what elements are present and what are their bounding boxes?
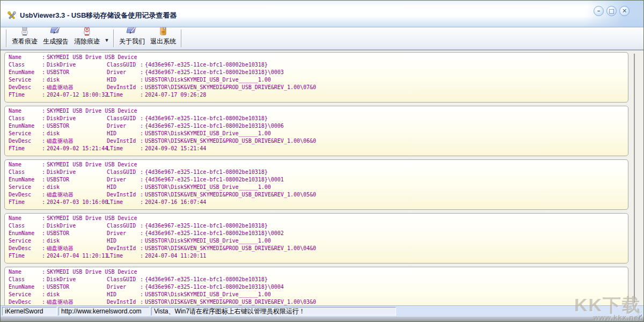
field-value: {4d36e967-e325-11ce-bfc1-08002be10318}\0… [145,230,628,237]
record-row: DevDesc:磁盘驱动器DevInstId:USBSTOR\DISK&VEN_… [9,137,628,145]
field-colon: : [42,199,47,206]
clear-traces-dropdown-arrow[interactable]: ▼ [103,28,111,48]
status-website: http://www.kernelsword.com [58,307,150,316]
field-label: ClassGUID [107,61,140,69]
maximize-button[interactable]: □ [606,6,617,16]
record-row: Name:SKYMEDI USB Drive USB Device [9,161,628,169]
field-label: EnumName [9,69,42,76]
field-label: DevDesc [9,298,42,305]
field-label: FTime [9,199,42,206]
field-value: USBSTOR\DISK&VEN_SKYMEDI&PROD_USB_DRIVE&… [145,245,628,252]
record-row: DevDesc:磁盘驱动器DevInstId:USBSTOR\DISK&VEN_… [9,245,628,252]
field-label: Service [9,237,42,245]
record-row: Service:diskHID:USBSTOR\DiskSKYMEDI_USB_… [9,184,628,191]
field-colon: : [42,54,47,61]
field-value: {4d36e967-e325-11ce-bfc1-08002be10318} [145,61,628,69]
field-colon: : [140,291,145,298]
field-colon: : [42,215,47,222]
field-colon: : [42,184,47,191]
field-label: EnumName [9,230,42,237]
field-label: Name [9,107,42,115]
record-block: Name:SKYMEDI USB Drive USB DeviceClass:D… [4,159,628,210]
field-colon: : [42,91,47,99]
field-label: DevDesc [9,137,42,145]
field-colon: : [42,61,47,69]
field-label: DevInstId [107,137,140,145]
about-us-button[interactable]: 关于我们 [116,28,148,48]
field-colon: : [140,252,145,260]
field-colon: : [42,176,47,184]
record-row: EnumName:USBSTORDriver:{4d36e967-e325-11… [9,176,628,184]
field-value: 2024-07-17 09:26:28 [145,91,628,99]
field-value: DiskDrive [47,61,107,69]
field-label: DevInstId [107,245,140,252]
field-colon: : [140,283,145,291]
generate-report-button[interactable]: 生成报告 [40,28,71,48]
field-label: HID [107,76,140,84]
field-value: {4d36e967-e325-11ce-bfc1-08002be10318} [145,115,628,122]
field-label: Class [9,61,42,69]
record-row: DevDesc:磁盘驱动器DevInstId:USBSTOR\DISK&VEN_… [9,84,628,91]
field-value: {4d36e967-e325-11ce-bfc1-08002be10318} [145,169,628,176]
field-colon: : [140,130,145,137]
field-colon: : [140,199,145,206]
minimize-button[interactable]: – [594,6,604,16]
field-label: DevDesc [9,84,42,91]
field-colon: : [140,276,145,283]
view-traces-button[interactable]: 查看痕迹 [9,28,40,48]
record-row: Service:diskHID:USBSTOR\DiskSKYMEDI_USB_… [9,237,628,245]
field-colon: : [42,276,47,283]
field-value: DiskDrive [47,169,107,176]
field-colon: : [140,230,145,237]
status-bar: iKernelSword http://www.kernelsword.com … [1,305,643,317]
field-colon: : [140,169,145,176]
field-colon: : [42,237,47,245]
app-tools-icon [7,11,17,20]
field-colon: : [140,115,145,122]
field-value: USBSTOR\DISK&VEN_SKYMEDI&PROD_USB_DRIVE&… [145,137,628,145]
field-colon: : [42,291,47,298]
title-bar[interactable]: UsbViewer3.3 - USB移动存储设备使用记录查看器 – □ ✕ [1,1,643,27]
field-colon: : [140,222,145,230]
field-label: EnumName [9,176,42,184]
record-row: FTime:2024-09-02 15:21:44LTime:2024-09-0… [9,145,628,152]
field-value: DiskDrive [47,276,107,283]
field-label: Name [9,215,42,222]
field-label: FTime [9,91,42,99]
field-value: SKYMEDI USB Drive USB Device [47,54,628,61]
status-author: iKernelSword [2,307,57,316]
field-colon: : [42,122,47,130]
field-value: 磁盘驱动器 [47,137,107,145]
field-colon: : [140,76,145,84]
field-label: Name [9,161,42,169]
field-label: LTime [107,91,140,99]
field-value: USBSTOR\DiskSKYMEDI_USB_Drive______1.00 [145,237,628,245]
exit-system-button[interactable]: 退出系统 [148,28,179,48]
field-value: {4d36e967-e325-11ce-bfc1-08002be10318} [145,276,628,283]
field-colon: : [140,61,145,69]
record-row: EnumName:USBSTORDriver:{4d36e967-e325-11… [9,69,628,76]
field-value: DiskDrive [47,115,107,122]
field-value: disk [47,76,107,84]
field-value: USBSTOR\DiskSKYMEDI_USB_Drive______1.00 [145,291,628,298]
window-title: UsbViewer3.3 - USB移动存储设备使用记录查看器 [20,11,177,20]
clear-traces-button[interactable]: 清除痕迹 [71,28,103,48]
field-value: USBSTOR\DISK&VEN_SKYMEDI&PROD_USB_DRIVE&… [145,298,628,305]
field-label: Name [9,54,42,61]
app-window: UsbViewer3.3 - USB移动存储设备使用记录查看器 – □ ✕ 查看… [0,0,644,322]
record-row: DevDesc:磁盘驱动器DevInstId:USBSTOR\DISK&VEN_… [9,298,628,305]
record-row: Name:SKYMEDI USB Drive USB Device [9,268,628,276]
field-colon: : [42,252,47,260]
field-value: SKYMEDI USB Drive USB Device [47,107,628,115]
field-value: 2024-07-03 10:16:00 [47,199,107,206]
field-value: {4d36e967-e325-11ce-bfc1-08002be10318}\0… [145,122,628,130]
field-colon: : [140,145,145,152]
toolbar-separator [181,30,182,47]
record-row: Service:diskHID:USBSTOR\DiskSKYMEDI_USB_… [9,76,628,84]
field-value: disk [47,130,107,137]
record-block: Name:SKYMEDI USB Drive USB DeviceClass:D… [4,213,628,264]
records-container[interactable]: Name:SKYMEDI USB Drive USB DeviceClass:D… [1,50,643,305]
vertical-scrollbar[interactable] [630,52,638,305]
close-button[interactable]: ✕ [619,6,630,16]
field-value: USBSTOR [47,176,107,184]
